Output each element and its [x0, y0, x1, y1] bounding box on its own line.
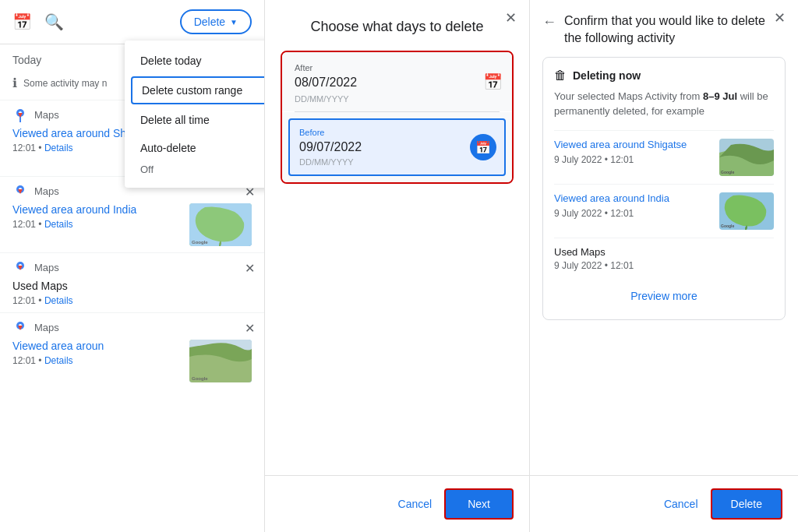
svg-text:Google: Google	[192, 376, 208, 381]
trash-icon: 🗑	[554, 69, 567, 83]
activity-title: Used Maps	[12, 280, 252, 292]
list-item: Maps ✕ Viewed area aroun 12:01 • Details…	[0, 312, 264, 389]
activity-time: 9 July 2022 • 12:01	[554, 208, 711, 219]
activity-time: 12:01 • Details	[12, 219, 182, 230]
dropdown-arrow-icon: ▼	[230, 18, 238, 26]
activity-content: Viewed area around India 12:01 • Details…	[12, 203, 252, 246]
calendar-icon[interactable]: 📅	[483, 72, 503, 91]
dropdown-item-delete-custom[interactable]: Delete custom range	[131, 76, 265, 104]
map-image: Google	[189, 340, 252, 382]
activity-time: 12:01 • Details	[12, 295, 252, 306]
activity-time: 9 July 2022 • 12:01	[554, 260, 774, 271]
map-image: Google	[189, 203, 252, 246]
search-icon[interactable]: 🔍	[44, 12, 64, 31]
activity-app-name: Maps	[34, 185, 59, 197]
activity-text: Viewed area around India 12:01 • Details	[12, 203, 182, 230]
right-header: ← Confirm that you would like to delete …	[530, 0, 798, 57]
svg-text:Google: Google	[721, 224, 734, 228]
dropdown-menu: Delete today Delete custom range Delete …	[125, 41, 265, 188]
cancel-button[interactable]: Cancel	[664, 498, 698, 510]
auto-delete-sub: Off	[125, 162, 265, 181]
cancel-button[interactable]: Cancel	[398, 498, 433, 510]
dropdown-item-delete-all[interactable]: Delete all time	[125, 106, 265, 134]
activity-app-name: Maps	[34, 262, 59, 273]
activity-title[interactable]: Viewed area around Shigatse	[554, 139, 711, 152]
activity-title: Used Maps	[554, 246, 774, 258]
details-link[interactable]: Details	[44, 355, 73, 366]
calendar-active-icon[interactable]: 📅	[470, 134, 496, 160]
middle-panel: ✕ Choose what days to delete After 08/07…	[265, 0, 530, 532]
dropdown-item-delete-today[interactable]: Delete today	[125, 47, 265, 75]
details-link[interactable]: Details	[44, 143, 73, 153]
middle-footer: Cancel Next	[265, 475, 529, 532]
activity-text: Viewed area aroun 12:01 • Details	[12, 340, 182, 366]
after-label: After	[295, 63, 500, 72]
svg-text:Google: Google	[192, 240, 208, 245]
delete-button[interactable]: Delete ▼	[180, 9, 252, 34]
deleting-title: Deleting now	[573, 69, 641, 82]
list-item: Maps ✕ Used Maps 12:01 • Details	[0, 252, 264, 312]
close-icon[interactable]: ✕	[774, 9, 786, 26]
deleting-description: Your selected Maps Activity from 8–9 Jul…	[554, 89, 774, 119]
activity-app-name: Maps	[34, 322, 59, 333]
dropdown-item-auto-delete[interactable]: Auto-delete	[125, 134, 265, 162]
activity-thumbnail: Google	[719, 139, 774, 176]
maps-icon	[12, 183, 28, 199]
right-footer: Cancel Delete	[530, 475, 798, 532]
maps-icon	[12, 259, 28, 275]
after-date-field[interactable]: After 08/07/2022 DD/MM/YYYY 📅	[282, 52, 512, 111]
info-icon: ℹ	[12, 76, 17, 90]
date-range-form: After 08/07/2022 DD/MM/YYYY 📅 Before 09/…	[281, 51, 514, 184]
delete-button[interactable]: Delete	[711, 488, 782, 520]
svg-text:Google: Google	[721, 170, 734, 174]
list-item: Used Maps 9 July 2022 • 12:01	[554, 238, 774, 279]
left-header: 📅 🔍 Delete ▼	[0, 0, 264, 44]
next-button[interactable]: Next	[444, 488, 514, 520]
before-placeholder: DD/MM/YYYY	[299, 157, 495, 167]
left-panel: 📅 🔍 Delete ▼ Delete today Delete custom …	[0, 0, 265, 532]
details-link[interactable]: Details	[44, 219, 73, 230]
activity-thumbnail: Google	[719, 192, 774, 230]
page-title: Confirm that you would like to delete th…	[564, 12, 786, 48]
details-link[interactable]: Details	[44, 295, 73, 306]
list-item: Viewed area around India 9 July 2022 • 1…	[554, 184, 774, 238]
maps-icon	[12, 107, 28, 122]
delete-button-label: Delete	[194, 16, 225, 28]
before-label: Before	[299, 128, 495, 137]
activity-content: Viewed area aroun 12:01 • Details Google	[12, 340, 252, 382]
calendar-icon[interactable]: 📅	[12, 12, 32, 31]
before-value: 09/07/2022	[299, 140, 495, 154]
activity-time: 9 July 2022 • 12:01	[554, 154, 711, 165]
activity-title[interactable]: Viewed area around India	[554, 192, 711, 206]
list-item: Viewed area around Shigatse 9 July 2022 …	[554, 130, 774, 184]
close-icon[interactable]: ✕	[245, 261, 255, 276]
close-icon[interactable]: ✕	[505, 9, 517, 26]
close-icon[interactable]: ✕	[245, 321, 255, 336]
activity-thumbnail: Google	[189, 203, 252, 246]
activity-title[interactable]: Viewed area aroun	[12, 340, 182, 352]
before-date-field[interactable]: Before 09/07/2022 DD/MM/YYYY 📅	[288, 118, 506, 176]
preview-more-link[interactable]: Preview more	[554, 279, 774, 308]
right-panel: ← Confirm that you would like to delete …	[530, 0, 798, 532]
after-placeholder: DD/MM/YYYY	[295, 94, 500, 104]
activity-header: Maps ✕	[12, 259, 252, 275]
deleting-header: 🗑 Deleting now	[554, 69, 774, 83]
activity-info: Viewed area around Shigatse 9 July 2022 …	[554, 139, 711, 165]
activity-thumbnail: Google	[189, 340, 252, 382]
after-value: 08/07/2022	[295, 76, 500, 90]
back-button[interactable]: ←	[542, 14, 556, 30]
maps-icon	[12, 319, 28, 335]
activity-app-name: Maps	[34, 109, 59, 121]
activity-info: Viewed area around India 9 July 2022 • 1…	[554, 192, 711, 219]
activity-title[interactable]: Viewed area around India	[12, 203, 182, 216]
activity-header: Maps ✕	[12, 319, 252, 335]
deleting-card: 🗑 Deleting now Your selected Maps Activi…	[542, 57, 786, 320]
activity-time: 12:01 • Details	[12, 355, 182, 366]
panel-title: Choose what days to delete	[265, 0, 529, 51]
